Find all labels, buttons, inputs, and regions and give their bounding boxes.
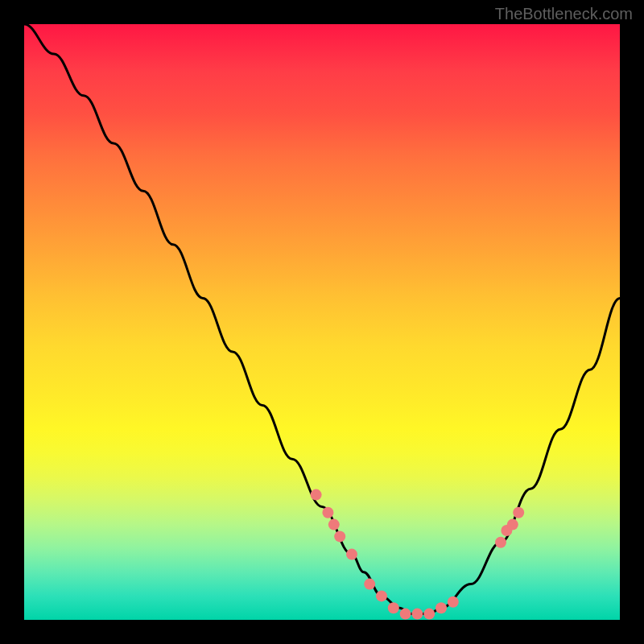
scatter-point — [495, 537, 506, 548]
scatter-point — [400, 609, 411, 620]
scatter-point — [513, 507, 524, 518]
scatter-point — [507, 519, 518, 530]
scatter-point — [376, 590, 387, 601]
scatter-point — [388, 602, 399, 613]
scatter-point — [364, 579, 375, 590]
chart-plot-area — [24, 24, 620, 620]
scatter-point — [411, 609, 423, 620]
scatter-point — [448, 597, 459, 608]
watermark-text: TheBottleneck.com — [495, 5, 633, 23]
scatter-point — [311, 489, 322, 501]
chart-svg — [24, 24, 620, 620]
scatter-point — [423, 609, 435, 620]
scatter-point — [334, 530, 345, 542]
scatter-point — [346, 549, 357, 560]
bottleneck-curve-line — [24, 24, 620, 614]
scatter-points-group — [311, 489, 525, 620]
scatter-point — [328, 519, 340, 530]
scatter-point — [322, 507, 333, 518]
scatter-point — [436, 602, 447, 613]
